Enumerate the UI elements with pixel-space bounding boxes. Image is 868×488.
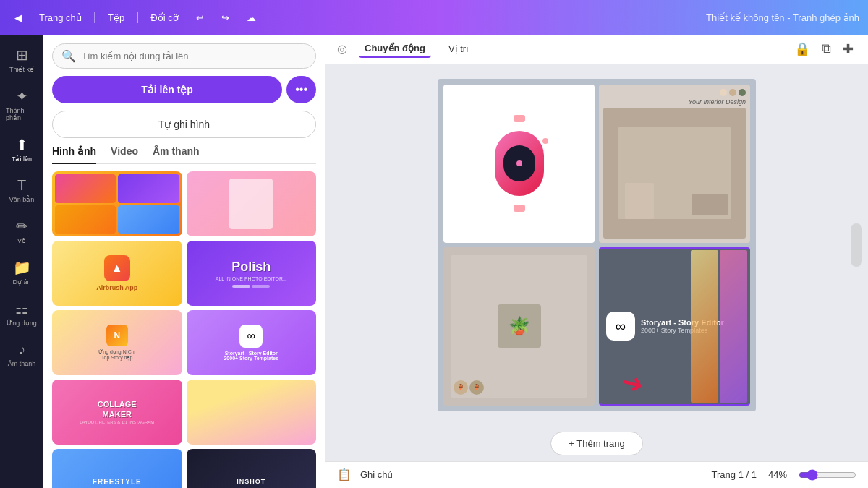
canvas-board: Your Interior Design 🪴 🏺 🏺	[438, 79, 756, 411]
sidebar-label-projects: Dự án	[12, 278, 30, 286]
font-button[interactable]: Đối cỡ	[145, 9, 184, 26]
media-tab-bar: Hình ảnh Video Âm thanh	[52, 145, 316, 164]
topbar: ◀ Trang chủ | Tệp | Đối cỡ ↩ ↪ ☁ Thiết k…	[0, 0, 868, 35]
sidebar-item-ve[interactable]: ✏ Vẽ	[3, 212, 41, 250]
sidebar-item-ung-dung[interactable]: ⚏ Ứng dụng	[3, 294, 41, 333]
elements-icon: ✦	[16, 87, 28, 105]
draw-icon: ✏	[16, 218, 28, 235]
main-layout: ⊞ Thiết kế ✦ Thành phần ⬆ Tải lên T Văn …	[0, 35, 868, 488]
tab-images[interactable]: Hình ảnh	[52, 145, 96, 164]
upload-row: Tải lên tệp •••	[52, 76, 316, 103]
tab-audio[interactable]: Âm thanh	[153, 145, 200, 160]
redo-button[interactable]: ↪	[216, 9, 235, 26]
search-input[interactable]	[82, 51, 307, 61]
file-button[interactable]: Tệp	[102, 9, 130, 26]
sidebar-item-du-an[interactable]: 📁 Dự án	[3, 253, 41, 291]
upload-panel: 🔍 Tải lên tệp ••• Tự ghi hình Hình ảnh V…	[43, 35, 326, 488]
document-title: Thiết kế không tên - Tranh ghép ảnh	[706, 12, 859, 23]
back-icon: ◀	[14, 12, 22, 23]
animation-icon: ◎	[337, 42, 347, 56]
tab-vi-tri[interactable]: Vị trí	[443, 40, 475, 57]
font-label: Đối cỡ	[150, 12, 178, 23]
sidebar-item-thiet-ke[interactable]: ⊞ Thiết kế	[3, 40, 41, 79]
undo-button[interactable]: ↩	[190, 9, 210, 26]
list-item[interactable]	[52, 171, 182, 236]
image-grid: ▲ Airbrush App Polish ALL IN ONE PHOTO E…	[52, 171, 316, 488]
notes-label: Ghi chú	[360, 469, 393, 480]
list-item[interactable]	[187, 380, 317, 445]
text-icon: T	[17, 177, 26, 194]
list-item[interactable]: COLLAGE MAKER LAYOUT, FILTERS & 1:1 INST…	[52, 380, 182, 445]
sidebar-label-apps: Ứng dụng	[7, 320, 37, 327]
sidebar-icons: ⊞ Thiết kế ✦ Thành phần ⬆ Tải lên T Văn …	[0, 35, 43, 488]
divider-1: |	[93, 11, 96, 24]
add-page-button[interactable]: + Thêm trang	[550, 432, 642, 455]
list-item[interactable]: FREESTYLE	[52, 449, 182, 488]
list-item[interactable]	[187, 171, 317, 236]
tab-chuyen-dong[interactable]: Chuyển động	[359, 40, 431, 58]
upload-icon: ⬆	[16, 136, 28, 153]
upload-more-button[interactable]: •••	[286, 76, 316, 103]
home-button[interactable]: Trang chủ	[33, 9, 88, 26]
bottom-bar: ▲ 📋 Ghi chú Trang 1 / 1 44%	[326, 461, 868, 488]
page-label: Trang 1 / 1	[712, 469, 757, 480]
canvas-cell-watch[interactable]	[443, 85, 595, 243]
sidebar-item-thanh-phan[interactable]: ✦ Thành phần	[3, 82, 41, 127]
upload-file-button[interactable]: Tải lên tệp	[52, 76, 282, 103]
sidebar-label-design: Thiết kế	[9, 66, 34, 73]
projects-icon: 📁	[13, 259, 31, 276]
sidebar-label-text: Văn bản	[9, 196, 35, 203]
sidebar-item-tai-len[interactable]: ⬆ Tải lên	[3, 130, 41, 168]
add-button[interactable]: ✚	[840, 38, 856, 60]
sidebar-item-am-thanh[interactable]: ♪ Âm thanh	[3, 335, 41, 373]
polish-text: Polish	[231, 260, 271, 275]
sidebar-item-van-ban[interactable]: T Văn bản	[3, 171, 41, 209]
zoom-label: 44%	[768, 469, 787, 480]
zoom-slider[interactable]	[799, 469, 856, 481]
sidebar-label-elements: Thành phần	[6, 107, 38, 121]
apps-icon: ⚏	[15, 300, 28, 317]
canvas-wrapper: Your Interior Design 🪴 🏺 🏺	[326, 64, 868, 426]
home-label: Trang chủ	[39, 12, 82, 23]
canvas-cell-storyart[interactable]: ∞ Storyart - Story Editor 2000+ Story Te…	[599, 247, 750, 406]
design-icon: ⊞	[16, 46, 28, 64]
canvas-area: ◎ Chuyển động Vị trí 🔒 ⧉ ✚	[326, 35, 868, 488]
cloud-icon: ☁	[247, 12, 256, 23]
back-button[interactable]: ◀	[9, 9, 27, 26]
canvas-cell-interior-bottom[interactable]: 🪴 🏺 🏺	[443, 247, 595, 406]
canvas-toolbar: ◎ Chuyển động Vị trí 🔒 ⧉ ✚	[326, 35, 868, 64]
notes-button[interactable]: Ghi chú	[360, 469, 393, 480]
scroll-indicator	[851, 223, 862, 267]
lock-button[interactable]: 🔒	[791, 38, 813, 60]
redo-icon: ↪	[221, 12, 229, 23]
canvas-cell-interior-top[interactable]: Your Interior Design	[599, 85, 750, 243]
cloud-button[interactable]: ☁	[241, 9, 262, 26]
page-info: Trang 1 / 1 44%	[712, 469, 856, 481]
file-label: Tệp	[108, 12, 124, 23]
red-arrow-icon: ➜	[618, 366, 647, 401]
undo-icon: ↩	[196, 12, 204, 23]
record-button[interactable]: Tự ghi hình	[52, 111, 316, 138]
sidebar-label-audio: Âm thanh	[8, 360, 36, 367]
list-item[interactable]: ▲ Airbrush App	[52, 241, 182, 306]
list-item[interactable]: INSHOT	[187, 449, 317, 488]
search-bar: 🔍	[52, 43, 316, 69]
list-item[interactable]: N Ứng dụng NIChiTop Story đẹp	[52, 310, 182, 375]
list-item[interactable]: Polish ALL IN ONE PHOTO EDITOR...	[187, 241, 317, 306]
notes-icon: 📋	[337, 468, 352, 481]
sidebar-label-draw: Vẽ	[17, 237, 26, 244]
audio-icon: ♪	[18, 341, 25, 358]
toolbar-right-icons: 🔒 ⧉ ✚	[791, 38, 856, 60]
list-item[interactable]: ∞ Storyart - Story Editor2000+ Story Tem…	[187, 310, 317, 375]
divider-2: |	[136, 11, 139, 24]
sidebar-label-upload: Tải lên	[12, 155, 32, 163]
tab-video[interactable]: Video	[111, 145, 138, 160]
search-icon: 🔍	[61, 49, 76, 63]
duplicate-button[interactable]: ⧉	[819, 38, 834, 60]
